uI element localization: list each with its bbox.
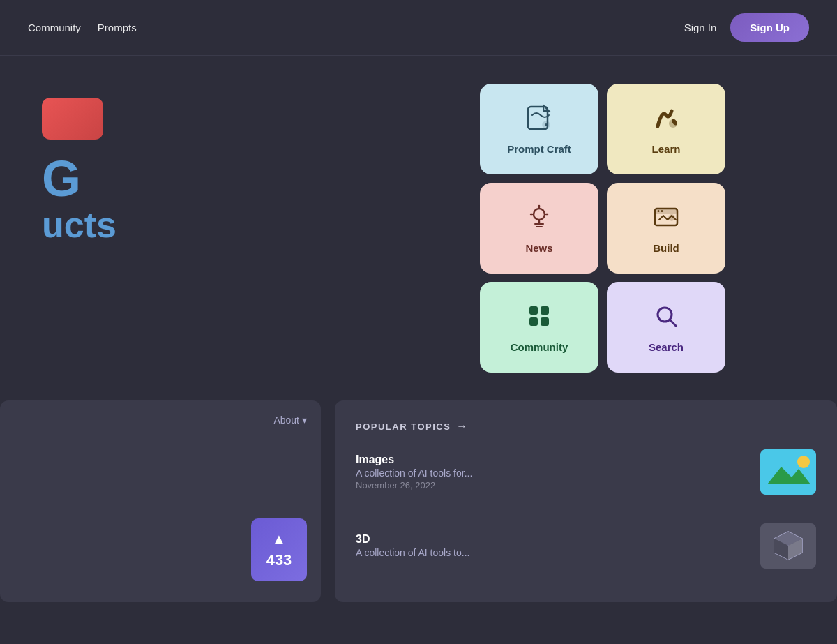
prompt-craft-label: Prompt Craft	[507, 143, 571, 155]
popular-topics-title: POPULAR TOPICS	[356, 421, 451, 432]
hero-area: G ucts Prompt Craft	[0, 84, 837, 373]
svg-rect-16	[529, 306, 538, 315]
community-icon	[525, 302, 553, 334]
topic-images-date: November 26, 2022	[356, 480, 749, 491]
nav-prompts[interactable]: Prompts	[98, 22, 137, 33]
card-build[interactable]: Build	[607, 183, 725, 274]
upvote-arrow-icon: ▲	[272, 531, 286, 547]
hero-text-ucts: ucts	[42, 207, 265, 243]
learn-icon	[652, 104, 680, 136]
card-search[interactable]: Search	[607, 282, 725, 373]
card-news[interactable]: News	[480, 183, 598, 274]
svg-point-14	[661, 210, 663, 212]
hero-letter: G	[42, 153, 265, 204]
svg-rect-22	[760, 449, 816, 495]
learn-label: Learn	[652, 143, 681, 155]
about-dropdown[interactable]: About ▾	[273, 414, 307, 426]
search-label: Search	[649, 341, 684, 353]
topic-images-text: Images A collection of AI tools for... N…	[356, 454, 749, 491]
svg-line-21	[670, 320, 676, 326]
chevron-down-icon: ▾	[302, 414, 307, 426]
card-prompt-craft[interactable]: Prompt Craft	[480, 84, 598, 174]
upvote-button[interactable]: ▲ 433	[251, 518, 307, 581]
about-label: About	[273, 414, 299, 426]
bottom-section: About ▾ ▲ 433 POPULAR TOPICS → Images A …	[0, 400, 837, 602]
topic-images-thumbnail	[760, 449, 816, 495]
topic-images-title: Images	[356, 454, 749, 466]
topic-divider	[356, 509, 816, 509]
community-label: Community	[511, 341, 568, 353]
topic-item-images[interactable]: Images A collection of AI tools for... N…	[356, 449, 816, 495]
svg-rect-19	[541, 317, 549, 326]
topic-3d-text: 3D A collection of AI tools to...	[356, 533, 749, 560]
build-label: Build	[653, 242, 679, 254]
svg-point-13	[658, 210, 660, 212]
news-icon	[525, 203, 553, 235]
topic-3d-title: 3D	[356, 533, 749, 546]
topic-3d-thumbnail	[760, 523, 816, 569]
svg-point-15	[669, 215, 674, 220]
popular-topics-arrow[interactable]: →	[456, 420, 467, 433]
red-card	[42, 98, 103, 140]
nav-community[interactable]: Community	[28, 22, 81, 33]
topic-item-3d[interactable]: 3D A collection of AI tools to...	[356, 523, 816, 569]
popular-topics-card: POPULAR TOPICS → Images A collection of …	[335, 400, 837, 602]
svg-rect-18	[529, 317, 538, 326]
prompt-craft-icon	[525, 104, 553, 136]
header-nav: Community Prompts	[28, 22, 137, 33]
svg-point-4	[534, 209, 545, 220]
left-panel: G ucts	[42, 84, 265, 243]
header-auth: Sign In Sign Up	[684, 13, 809, 42]
cards-grid: Prompt Craft Learn	[480, 84, 725, 373]
sign-in-button[interactable]: Sign In	[684, 22, 717, 33]
search-icon	[652, 302, 680, 334]
build-icon	[652, 203, 680, 235]
sign-up-button[interactable]: Sign Up	[730, 13, 809, 42]
svg-point-24	[797, 456, 810, 468]
card-learn[interactable]: Learn	[607, 84, 725, 174]
header: Community Prompts Sign In Sign Up	[0, 0, 837, 56]
news-label: News	[525, 242, 552, 254]
card-community[interactable]: Community	[480, 282, 598, 373]
svg-rect-17	[541, 306, 549, 315]
popular-topics-header: POPULAR TOPICS →	[356, 420, 816, 433]
bottom-left-card: About ▾ ▲ 433	[0, 400, 321, 602]
topic-3d-desc: A collection of AI tools to...	[356, 547, 749, 558]
topic-images-desc: A collection of AI tools for...	[356, 467, 749, 479]
upvote-count: 433	[266, 551, 292, 569]
main-content: G ucts Prompt Craft	[0, 56, 837, 373]
